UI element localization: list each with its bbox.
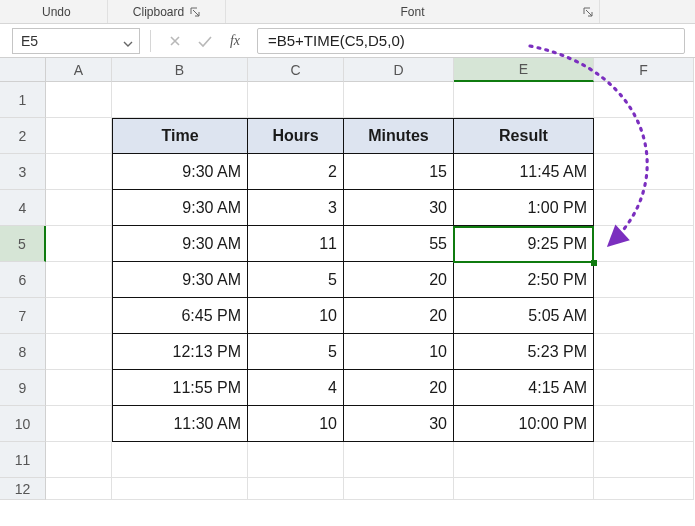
col-header[interactable]: E [454,58,594,82]
row-header[interactable]: 3 [0,154,46,190]
select-all-corner[interactable] [0,58,46,82]
cell[interactable]: 5 [248,334,344,370]
row-header[interactable]: 9 [0,370,46,406]
cell[interactable] [112,82,248,118]
cell[interactable] [46,118,112,154]
insert-function-button[interactable]: fx [221,28,249,54]
enter-formula-button[interactable] [191,28,219,54]
cell[interactable] [594,154,694,190]
cell[interactable]: 9:30 AM [112,262,248,298]
cell[interactable]: 6:45 PM [112,298,248,334]
cell[interactable] [46,406,112,442]
cell[interactable]: 20 [344,262,454,298]
cell[interactable] [594,370,694,406]
table-header[interactable]: Minutes [344,118,454,154]
cell[interactable] [344,82,454,118]
cell[interactable]: 5:23 PM [454,334,594,370]
cell[interactable]: 30 [344,190,454,226]
cell[interactable]: 3 [248,190,344,226]
cell[interactable] [344,478,454,500]
col-header[interactable]: F [594,58,694,82]
cell[interactable]: 2:50 PM [454,262,594,298]
cell[interactable] [454,442,594,478]
row-header[interactable]: 5 [0,226,46,262]
cell[interactable] [454,478,594,500]
name-box[interactable]: E5 [12,28,140,54]
formula-input[interactable]: =B5+TIME(C5,D5,0) [257,28,685,54]
cell[interactable] [594,442,694,478]
cell[interactable] [594,118,694,154]
cell[interactable] [594,226,694,262]
cell[interactable]: 11:30 AM [112,406,248,442]
cell[interactable]: 9:30 AM [112,226,248,262]
cell[interactable] [594,262,694,298]
cell[interactable] [594,190,694,226]
cell[interactable]: 5:05 AM [454,298,594,334]
cell[interactable] [344,442,454,478]
cell[interactable]: 10 [344,334,454,370]
cell[interactable] [46,334,112,370]
col-header[interactable]: D [344,58,454,82]
cell[interactable] [46,370,112,406]
cell[interactable]: 55 [344,226,454,262]
dialog-launcher-icon[interactable] [190,7,200,17]
cell[interactable]: 10 [248,298,344,334]
cell[interactable]: 9:30 AM [112,190,248,226]
cell[interactable]: 15 [344,154,454,190]
grid[interactable]: A B C D E F Time Hours Minutes Result [46,58,695,526]
cell[interactable] [46,82,112,118]
cell[interactable] [248,82,344,118]
cell[interactable] [46,154,112,190]
row-header[interactable]: 1 [0,82,46,118]
cell[interactable]: 11:45 AM [454,154,594,190]
row-header[interactable]: 2 [0,118,46,154]
col-header[interactable]: C [248,58,344,82]
cancel-formula-button[interactable] [161,28,189,54]
cell[interactable]: 11:55 PM [112,370,248,406]
table-header[interactable]: Result [454,118,594,154]
cell[interactable] [248,442,344,478]
cell[interactable] [594,334,694,370]
cell[interactable] [594,406,694,442]
cell[interactable] [594,298,694,334]
col-header[interactable]: A [46,58,112,82]
cell[interactable]: 5 [248,262,344,298]
cell[interactable] [594,82,694,118]
cell[interactable]: 2 [248,154,344,190]
row-header[interactable]: 12 [0,478,46,500]
table-header[interactable]: Hours [248,118,344,154]
cell[interactable] [46,442,112,478]
row-header[interactable]: 6 [0,262,46,298]
col-header[interactable]: B [112,58,248,82]
row-header[interactable]: 10 [0,406,46,442]
cell[interactable]: 9:30 AM [112,154,248,190]
cell[interactable]: 11 [248,226,344,262]
cell[interactable]: 12:13 PM [112,334,248,370]
row-header[interactable]: 11 [0,442,46,478]
cell[interactable] [454,82,594,118]
cell[interactable]: 4:15 AM [454,370,594,406]
cell[interactable] [46,226,112,262]
cell[interactable] [594,478,694,500]
cell[interactable]: 4 [248,370,344,406]
cell[interactable] [46,298,112,334]
worksheet[interactable]: 1 2 3 4 5 6 7 8 9 10 11 12 A B C D E F [0,58,695,526]
cell[interactable]: 20 [344,370,454,406]
cell[interactable]: 10:00 PM [454,406,594,442]
cell[interactable]: 10 [248,406,344,442]
row-header[interactable]: 7 [0,298,46,334]
row-header[interactable]: 8 [0,334,46,370]
cell[interactable] [248,478,344,500]
cell[interactable] [46,190,112,226]
cell[interactable] [46,262,112,298]
cell[interactable] [112,442,248,478]
cell[interactable]: 30 [344,406,454,442]
cell[interactable] [112,478,248,500]
cell[interactable]: 1:00 PM [454,190,594,226]
dialog-launcher-icon[interactable] [583,7,593,17]
table-header[interactable]: Time [112,118,248,154]
cell[interactable] [46,478,112,500]
cell[interactable]: 20 [344,298,454,334]
chevron-down-icon[interactable] [123,36,133,46]
row-header[interactable]: 4 [0,190,46,226]
